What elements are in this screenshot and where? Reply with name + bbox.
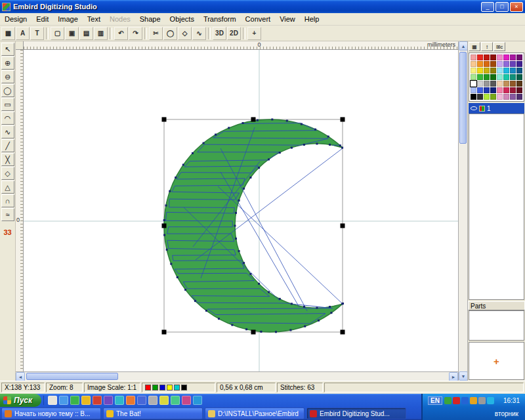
palette-swatch[interactable] <box>471 87 476 93</box>
pointer-select-icon[interactable]: ↖ <box>1 43 14 56</box>
menu-transform[interactable]: Transform <box>199 13 241 25</box>
selection-handle[interactable] <box>341 330 345 335</box>
palette-swatch[interactable] <box>477 68 483 74</box>
palette-swatch[interactable] <box>497 81 503 87</box>
wave-tool-icon[interactable]: ∿ <box>1 125 14 138</box>
palette-swatch[interactable] <box>490 94 496 100</box>
triangle-tool-icon[interactable]: △ <box>1 180 14 194</box>
selection-handle[interactable] <box>341 224 345 228</box>
palette-swatch[interactable] <box>490 54 496 60</box>
palette-swatch[interactable] <box>484 81 490 87</box>
palette-swatch[interactable] <box>497 54 503 60</box>
close-button[interactable]: × <box>510 2 523 12</box>
palette-swatch[interactable] <box>503 81 509 87</box>
palette-swatch[interactable] <box>477 61 483 67</box>
minimize-button[interactable]: _ <box>481 2 494 12</box>
vertical-scrollbar[interactable]: ▲ ▼ <box>458 41 467 381</box>
text-t-icon[interactable]: T <box>30 27 44 40</box>
selection-handle[interactable] <box>251 330 256 335</box>
palette-swatch[interactable] <box>510 54 516 60</box>
palette-swatch[interactable] <box>477 81 483 87</box>
menu-help[interactable]: Help <box>300 13 324 25</box>
undo-icon[interactable]: ↶ <box>114 27 128 40</box>
horizontal-scroll-thumb[interactable] <box>26 373 118 380</box>
palette-swatch[interactable] <box>497 68 503 74</box>
design-canvas[interactable] <box>24 50 458 371</box>
palette-swatch[interactable] <box>503 54 509 60</box>
scroll-left-arrow[interactable]: ◄ <box>16 372 25 381</box>
palette-swatch[interactable] <box>484 87 490 93</box>
palette-swatch[interactable] <box>516 61 522 67</box>
quicklaunch-icon-5[interactable] <box>93 396 102 405</box>
menu-image[interactable]: Image <box>53 13 83 25</box>
arc-tool-icon[interactable]: ◠ <box>1 112 14 125</box>
palette-swatch[interactable] <box>471 61 476 67</box>
palette-swatch[interactable] <box>471 54 476 60</box>
view-3d-icon[interactable]: 3D <box>213 27 226 40</box>
vertical-scroll-thumb[interactable] <box>459 52 467 144</box>
taskbar-task-button[interactable]: D:\INSTALL\Разное\Embird <box>205 408 304 419</box>
palette-swatch[interactable] <box>471 94 476 100</box>
palette-swatch[interactable] <box>510 87 516 93</box>
scissors-icon[interactable]: ✂ <box>149 27 163 40</box>
quicklaunch-icon-6[interactable] <box>104 396 113 405</box>
palette-swatch[interactable] <box>490 68 496 74</box>
zigzag-stitch-icon[interactable]: ∿ <box>192 27 206 40</box>
palette-swatch[interactable] <box>484 94 490 100</box>
view-2d-icon[interactable]: 2D <box>227 27 241 40</box>
selection-handle[interactable] <box>341 117 345 122</box>
palette-swatch[interactable] <box>510 68 516 74</box>
palette-swatch[interactable] <box>497 61 503 67</box>
tray-icon-2[interactable] <box>453 397 460 404</box>
ellipse-shape-icon[interactable]: ◯ <box>163 27 177 40</box>
palette-swatch[interactable] <box>516 87 522 93</box>
quicklaunch-icon-14[interactable] <box>193 396 202 405</box>
palette-swatch[interactable] <box>490 81 496 87</box>
palette-swatch[interactable] <box>516 94 522 100</box>
selection-handle[interactable] <box>162 117 167 122</box>
selection-handle[interactable] <box>162 224 167 228</box>
quicklaunch-icon-4[interactable] <box>81 396 91 405</box>
diamond-tool-icon[interactable]: ◇ <box>1 167 14 180</box>
tray-icon-1[interactable] <box>444 397 452 404</box>
palette-swatch[interactable] <box>497 74 503 80</box>
palette-swatch[interactable] <box>516 68 522 74</box>
scroll-down-arrow[interactable]: ▼ <box>459 371 468 381</box>
quicklaunch-icon-2[interactable] <box>59 396 68 405</box>
sort-order-button[interactable]: ↕ <box>481 42 493 51</box>
maximize-button[interactable]: □ <box>495 2 509 12</box>
selection-handle[interactable] <box>251 117 256 122</box>
tray-icon-4[interactable] <box>470 397 477 404</box>
palette-swatch[interactable] <box>510 74 516 80</box>
palette-swatch[interactable] <box>477 94 483 100</box>
palette-swatch[interactable] <box>497 87 503 93</box>
cross-stitch-tool-icon[interactable]: ╳ <box>1 153 14 166</box>
new-file-icon[interactable]: ▢ <box>51 27 64 40</box>
visibility-icon[interactable] <box>471 106 477 110</box>
line-tool-icon[interactable]: ╱ <box>1 139 14 152</box>
quicklaunch-icon-7[interactable] <box>115 396 124 405</box>
titlebar[interactable]: Embird Digitizing Studio _ □ × <box>0 0 525 13</box>
palette-swatch[interactable] <box>477 87 483 93</box>
menu-view[interactable]: View <box>275 13 300 25</box>
zoom-out-icon[interactable]: ⊖ <box>1 70 14 83</box>
zoom-in-icon[interactable]: ⊕ <box>1 56 14 70</box>
node-grid-icon[interactable]: ▦ <box>1 27 15 40</box>
palette-swatch[interactable] <box>484 54 490 60</box>
taskbar-task-button[interactable]: The Bat! <box>103 408 203 419</box>
language-indicator[interactable]: EN <box>428 396 442 405</box>
quicklaunch-icon-12[interactable] <box>171 396 180 405</box>
palette-swatch[interactable] <box>471 68 476 74</box>
palette-swatch[interactable] <box>503 74 509 80</box>
palette-columns-button[interactable]: ⊞c <box>494 42 505 51</box>
palette-swatch[interactable] <box>477 54 483 60</box>
center-design-icon[interactable]: + <box>247 27 261 40</box>
polygon-shape-icon[interactable]: ◇ <box>178 27 192 40</box>
parts-list[interactable] <box>469 310 524 341</box>
quicklaunch-icon-8[interactable] <box>126 396 135 405</box>
curve-tool-icon[interactable]: ∩ <box>1 194 14 207</box>
quicklaunch-icon-10[interactable] <box>148 396 158 405</box>
palette-swatch[interactable] <box>490 74 496 80</box>
quicklaunch-icon-1[interactable] <box>48 396 57 405</box>
taskbar-task-button[interactable]: Начать новую тему :: В... <box>1 408 101 419</box>
